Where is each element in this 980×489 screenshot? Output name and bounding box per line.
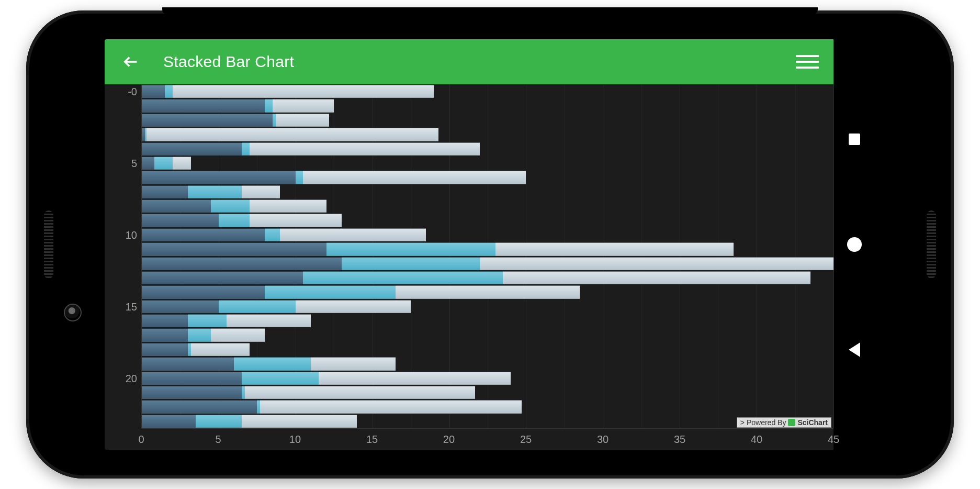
- bar-segment[interactable]: [342, 257, 480, 270]
- bar-segment[interactable]: [142, 343, 188, 356]
- bar-segment[interactable]: [142, 199, 211, 213]
- bar-segment[interactable]: [211, 199, 249, 213]
- bar-segment[interactable]: [142, 271, 303, 284]
- bar-segment[interactable]: [250, 214, 342, 227]
- bar-segment[interactable]: [311, 357, 396, 370]
- bar-row: [142, 157, 833, 170]
- bar-segment[interactable]: [503, 271, 810, 284]
- bar-segment[interactable]: [173, 85, 434, 98]
- bar-segment[interactable]: [142, 242, 326, 255]
- bar-segment[interactable]: [242, 142, 250, 155]
- bar-row: [142, 242, 833, 255]
- bar-segment[interactable]: [242, 372, 319, 385]
- bar-segment[interactable]: [142, 386, 242, 399]
- bar-segment[interactable]: [265, 228, 280, 241]
- bar-row: [142, 357, 833, 370]
- bar-segment[interactable]: [142, 357, 234, 370]
- bar-segment[interactable]: [142, 228, 265, 241]
- bar-segment[interactable]: [142, 214, 219, 227]
- chart-plot-area[interactable]: [141, 84, 833, 429]
- bar-segment[interactable]: [142, 142, 242, 155]
- y-tick-label: 15: [126, 301, 137, 313]
- front-camera-icon: [64, 304, 82, 321]
- bar-segment[interactable]: [188, 328, 211, 341]
- nav-back-button[interactable]: [846, 341, 863, 359]
- badge-brand: SciChart: [797, 418, 828, 427]
- bar-segment[interactable]: [280, 228, 426, 241]
- bar-segment[interactable]: [142, 300, 219, 313]
- bar-segment[interactable]: [211, 328, 265, 341]
- x-tick-label: 20: [443, 434, 455, 446]
- bar-segment[interactable]: [196, 415, 242, 428]
- hamburger-menu-button[interactable]: [796, 50, 819, 73]
- x-tick-label: 30: [597, 434, 609, 446]
- bar-segment[interactable]: [219, 214, 250, 227]
- triangle-left-icon: [849, 342, 860, 357]
- gridline: [833, 84, 834, 428]
- bar-segment[interactable]: [154, 157, 173, 170]
- bar-segment[interactable]: [396, 285, 580, 298]
- bar-segment[interactable]: [142, 285, 265, 298]
- x-tick-label: 10: [289, 434, 301, 446]
- bar-segment[interactable]: [273, 99, 334, 112]
- x-tick-label: 0: [138, 434, 144, 446]
- nav-home-button[interactable]: [846, 236, 863, 253]
- nav-overview-button[interactable]: [846, 130, 863, 148]
- bar-row: [142, 214, 833, 227]
- square-icon: [849, 134, 860, 145]
- bar-segment[interactable]: [188, 185, 242, 198]
- bar-segment[interactable]: [142, 171, 296, 184]
- bar-segment[interactable]: [265, 285, 396, 298]
- back-button[interactable]: [119, 50, 142, 73]
- bar-segment[interactable]: [276, 114, 330, 127]
- bar-segment[interactable]: [303, 171, 526, 184]
- bar-segment[interactable]: [142, 85, 165, 98]
- bar-segment[interactable]: [142, 328, 188, 341]
- bar-segment[interactable]: [250, 142, 480, 155]
- bar-segment[interactable]: [142, 415, 196, 428]
- powered-by-badge[interactable]: > Powered By SciChart: [737, 417, 831, 428]
- bar-segment[interactable]: [480, 257, 833, 270]
- bar-segment[interactable]: [319, 372, 511, 385]
- app-bar: Stacked Bar Chart: [105, 39, 833, 84]
- bar-segment[interactable]: [242, 415, 357, 428]
- bar-segment[interactable]: [265, 99, 273, 112]
- bar-row: [142, 257, 833, 270]
- stacked-bar-chart[interactable]: -05101520 051015202530354045 > Powered B…: [105, 84, 833, 450]
- bar-segment[interactable]: [142, 372, 242, 385]
- bar-segment[interactable]: [142, 114, 273, 127]
- bar-segment[interactable]: [142, 157, 154, 170]
- bar-segment[interactable]: [142, 400, 257, 413]
- bar-segment[interactable]: [303, 271, 503, 284]
- bar-segment[interactable]: [326, 242, 495, 255]
- bar-segment[interactable]: [191, 343, 250, 356]
- bar-row: [142, 171, 833, 184]
- bar-segment[interactable]: [165, 85, 173, 98]
- bar-segment[interactable]: [142, 99, 265, 112]
- bar-segment[interactable]: [147, 128, 438, 141]
- bar-segment[interactable]: [188, 314, 226, 327]
- bar-row: [142, 128, 833, 141]
- bar-segment[interactable]: [219, 300, 296, 313]
- bar-segment[interactable]: [234, 357, 311, 370]
- circle-icon: [847, 237, 862, 252]
- badge-prefix: > Powered By: [740, 418, 786, 427]
- bar-segment[interactable]: [227, 314, 311, 327]
- bar-segment[interactable]: [142, 314, 188, 327]
- y-axis: -05101520: [105, 84, 141, 429]
- bar-row: [142, 271, 833, 284]
- phone-frame: Stacked Bar Chart -05101520 051015202530…: [26, 10, 954, 479]
- bar-segment[interactable]: [260, 400, 521, 413]
- bar-segment[interactable]: [142, 185, 188, 198]
- bar-segment[interactable]: [250, 199, 326, 213]
- bar-row: [142, 386, 833, 399]
- bar-segment[interactable]: [142, 257, 342, 270]
- bar-segment[interactable]: [296, 300, 411, 313]
- bar-row: [142, 372, 833, 385]
- bar-segment[interactable]: [245, 386, 476, 399]
- bar-segment[interactable]: [173, 157, 191, 170]
- bar-segment[interactable]: [242, 185, 280, 198]
- bar-segment[interactable]: [296, 171, 303, 184]
- x-tick-label: 5: [215, 434, 221, 446]
- bar-segment[interactable]: [495, 242, 734, 255]
